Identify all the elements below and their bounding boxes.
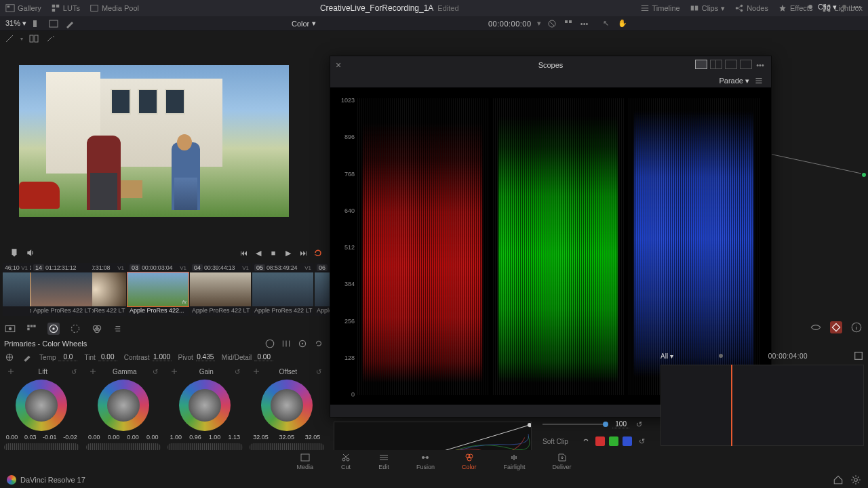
play-reverse-button[interactable]: ◀ <box>254 248 263 258</box>
viewer[interactable] <box>19 65 289 217</box>
arrow-cursor-icon[interactable]: ↖ <box>601 18 612 29</box>
camera-raw-icon[interactable] <box>4 323 16 335</box>
pivot-value[interactable]: 0.435 <box>196 353 215 361</box>
softclip-slider[interactable]: 100↺ <box>542 419 644 430</box>
softclip-red[interactable] <box>595 436 605 446</box>
gain-value[interactable]: 1.00 <box>209 434 221 441</box>
luts-button[interactable]: LUTs <box>51 3 80 13</box>
clip-thumbnail[interactable]: 1401:12:31:12 Apple ProRes 422 LT <box>31 263 92 316</box>
page-dropdown[interactable]: Color▾ <box>292 19 316 28</box>
scopes-more-icon[interactable]: ••• <box>755 60 766 70</box>
lift-value[interactable]: -0.02 <box>63 434 77 441</box>
split-screen-icon[interactable] <box>28 33 39 44</box>
keyframe-track[interactable] <box>660 365 864 446</box>
prev-clip-button[interactable]: ⏮ <box>239 248 248 258</box>
more-icon[interactable]: ••• <box>852 1 863 12</box>
viewer-split-icon[interactable] <box>32 18 43 29</box>
stop-button[interactable]: ■ <box>269 248 278 258</box>
info-icon[interactable] <box>850 321 863 333</box>
nav-deliver[interactable]: Deliver <box>553 452 572 470</box>
lift-value[interactable]: 0.00 <box>6 434 18 441</box>
effects-button[interactable]: Effects <box>778 3 812 13</box>
keyframe-expand-icon[interactable] <box>853 350 864 361</box>
wheel-picker-icon[interactable] <box>170 367 178 375</box>
reset-icon[interactable]: ↺ <box>633 419 644 430</box>
gain-value[interactable]: 1.00 <box>170 434 182 441</box>
play-button[interactable]: ▶ <box>283 248 293 258</box>
scope-type-dropdown[interactable]: Parade ▾ <box>719 77 749 85</box>
tint-value[interactable]: 0.00 <box>98 353 117 361</box>
auto-balance-icon[interactable] <box>4 352 15 363</box>
layout-5-button[interactable] <box>740 60 752 69</box>
lift-value[interactable]: -0.01 <box>43 434 57 441</box>
bypass-icon[interactable] <box>547 18 557 29</box>
offset-value[interactable]: 32.05 <box>305 434 321 441</box>
motion-effects-icon[interactable] <box>113 323 125 335</box>
nav-color[interactable]: Color <box>462 452 477 470</box>
nav-fusion[interactable]: Fusion <box>416 452 435 470</box>
keyframe-playhead[interactable] <box>731 365 732 446</box>
highlight-wand-icon[interactable] <box>45 33 56 44</box>
wheel-picker-icon[interactable] <box>89 367 97 375</box>
gamma-wheel[interactable] <box>98 380 149 431</box>
lift-value[interactable]: 0.03 <box>24 434 37 441</box>
log-mode-icon[interactable] <box>297 338 308 349</box>
viewer-grid-icon[interactable] <box>48 18 59 29</box>
settings-gear-icon[interactable] <box>850 474 861 485</box>
clip-mode-dropdown[interactable]: Clip ▾ <box>818 3 837 12</box>
mid-value[interactable]: 0.00 <box>254 353 273 361</box>
close-button[interactable]: × <box>336 60 341 70</box>
offset-value[interactable]: 32.05 <box>253 434 269 441</box>
rgb-mixer-icon[interactable] <box>91 323 103 335</box>
mediapool-button[interactable]: Media Pool <box>90 3 139 13</box>
marker-icon[interactable] <box>9 248 19 258</box>
reset-all-icon[interactable] <box>313 338 324 349</box>
pick-white-icon[interactable] <box>22 352 33 363</box>
offset-reset[interactable]: ↺ <box>316 368 321 375</box>
nav-fairlight[interactable]: Fairlight <box>504 452 526 470</box>
color-checker-icon[interactable] <box>26 323 38 335</box>
lift-reset[interactable]: ↺ <box>71 368 77 375</box>
softclip-green[interactable] <box>609 436 618 446</box>
layout-4-button[interactable] <box>725 60 737 69</box>
gamma-value[interactable]: 0.00 <box>146 434 159 441</box>
reset-icon[interactable]: ↺ <box>636 436 647 447</box>
nodes-button[interactable]: Nodes <box>734 3 768 13</box>
gallery-button[interactable]: Gallery <box>5 3 41 13</box>
gamma-value[interactable]: 0.00 <box>88 434 100 441</box>
gamma-reset[interactable]: ↺ <box>153 368 158 375</box>
next-clip-button[interactable]: ⏭ <box>298 248 308 258</box>
grid-icon[interactable] <box>563 18 574 29</box>
image-wipe-icon[interactable] <box>4 33 15 44</box>
gain-reset[interactable]: ↺ <box>235 368 240 375</box>
home-icon[interactable] <box>833 474 844 485</box>
color-wheels-icon[interactable] <box>47 323 60 335</box>
temp-value[interactable]: 0.0 <box>58 353 77 361</box>
nav-edit[interactable]: Edit <box>378 452 389 470</box>
wheels-mode-icon[interactable] <box>264 338 275 349</box>
speaker-icon[interactable] <box>26 248 35 258</box>
gamma-value[interactable]: 0.00 <box>108 434 120 441</box>
timeline-button[interactable]: Timeline <box>640 3 680 13</box>
bars-mode-icon[interactable] <box>281 338 292 349</box>
wheel-picker-icon[interactable] <box>252 367 260 375</box>
offset-wheel[interactable] <box>261 380 313 431</box>
highlight-icon[interactable] <box>64 18 75 29</box>
contrast-value[interactable]: 1.000 <box>153 353 172 361</box>
offset-value[interactable]: 32.05 <box>279 434 294 441</box>
more-icon[interactable]: ••• <box>579 18 590 29</box>
wheel-picker-icon[interactable] <box>7 367 15 375</box>
hdr-wheels-icon[interactable] <box>69 323 81 335</box>
scope-settings-icon[interactable] <box>753 75 764 86</box>
layout-1-button[interactable] <box>695 60 707 69</box>
openfx-icon[interactable] <box>810 321 822 333</box>
viewer-timecode[interactable]: 00:00:00:00 <box>488 20 532 28</box>
loop-button[interactable] <box>313 248 323 258</box>
link-icon[interactable] <box>580 436 591 447</box>
keyframe-editor-icon[interactable] <box>830 321 842 333</box>
nav-cut[interactable]: Cut <box>340 452 351 470</box>
nav-media[interactable]: Media <box>296 452 313 470</box>
clip-thumbnail[interactable]: 46;10V1 <box>3 263 30 316</box>
keyframe-all-dropdown[interactable]: All ▾ <box>660 352 673 360</box>
lift-wheel[interactable] <box>16 380 67 431</box>
